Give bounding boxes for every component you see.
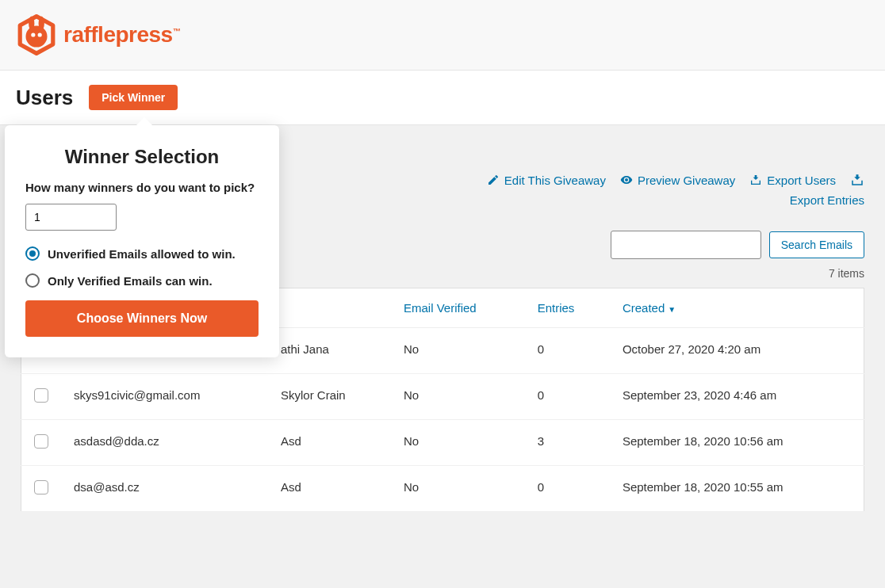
winner-count-input[interactable]	[25, 204, 117, 231]
cell-name: Asd	[268, 420, 391, 466]
search-emails-button[interactable]: Search Emails	[769, 231, 864, 258]
page-title: Users	[16, 86, 73, 110]
cell-verified: No	[391, 420, 525, 466]
cell-name: Skylor Crain	[268, 374, 391, 420]
cell-email: dsa@asd.cz	[61, 466, 268, 512]
radio-verified[interactable]: Only Verified Emails can win.	[25, 273, 259, 288]
search-input[interactable]	[611, 231, 761, 259]
cell-created: September 23, 2020 4:46 am	[610, 374, 864, 420]
pick-winner-button[interactable]: Pick Winner	[89, 85, 178, 110]
svg-point-3	[25, 26, 47, 48]
winner-selection-popover: Winner Selection How many winners do you…	[5, 125, 279, 357]
page-header: Users Pick Winner	[0, 71, 885, 125]
table-row: dsa@asd.czAsdNo0September 18, 2020 10:55…	[21, 466, 864, 512]
col-name[interactable]	[268, 288, 391, 328]
svg-point-4	[31, 32, 35, 36]
row-checkbox[interactable]	[34, 434, 48, 449]
radio-unverified[interactable]: Unverified Emails allowed to win.	[25, 246, 259, 261]
popover-question: How many winners do you want to pick?	[25, 181, 259, 194]
cell-entries: 0	[525, 466, 610, 512]
radio-unverified-label: Unverified Emails allowed to win.	[48, 247, 236, 261]
cell-email: skys91civic@gmail.com	[61, 374, 268, 420]
radio-verified-label: Only Verified Emails can win.	[48, 274, 213, 288]
col-created[interactable]: Created▼	[610, 288, 864, 328]
search-group: Search Emails	[611, 231, 864, 259]
cell-name: athi Jana	[268, 328, 391, 374]
export-icon	[850, 173, 864, 187]
cell-created: September 18, 2020 10:55 am	[610, 466, 864, 512]
cell-created: September 18, 2020 10:56 am	[610, 420, 864, 466]
export-users-link[interactable]: Export Users	[749, 173, 836, 187]
cell-verified: No	[391, 466, 525, 512]
row-checkbox[interactable]	[34, 388, 48, 403]
popover-title: Winner Selection	[25, 146, 259, 168]
row-checkbox[interactable]	[34, 480, 48, 494]
cell-verified: No	[391, 328, 525, 374]
cell-entries: 3	[525, 420, 610, 466]
table-row: skys91civic@gmail.comSkylor CrainNo0Sept…	[21, 374, 864, 420]
cell-created: October 27, 2020 4:20 am	[610, 328, 864, 374]
preview-giveaway-link[interactable]: Preview Giveaway	[620, 173, 735, 187]
radio-icon	[25, 273, 40, 288]
cell-entries: 0	[525, 374, 610, 420]
cell-email: asdasd@dda.cz	[61, 420, 268, 466]
choose-winners-button[interactable]: Choose Winners Now	[25, 300, 259, 337]
cell-verified: No	[391, 374, 525, 420]
table-row: asdasd@dda.czAsdNo3September 18, 2020 10…	[21, 420, 864, 466]
col-entries[interactable]: Entries	[525, 288, 610, 328]
col-email-verified[interactable]: Email Verified	[391, 288, 525, 328]
export-icon	[749, 174, 762, 186]
top-bar: rafflepress™	[0, 0, 885, 71]
sort-caret-icon: ▼	[668, 305, 676, 314]
content-area: Winner Selection How many winners do you…	[0, 125, 885, 528]
pencil-icon	[487, 174, 500, 186]
brand-logo: rafflepress™	[16, 14, 869, 55]
cell-name: Asd	[268, 466, 391, 512]
export-entries-link[interactable]: Export Entries	[790, 193, 864, 207]
radio-icon	[25, 246, 40, 261]
rafflepress-icon	[16, 14, 57, 55]
cell-entries: 0	[525, 328, 610, 374]
svg-point-5	[38, 32, 42, 36]
eye-icon	[620, 174, 633, 186]
brand-name: rafflepress™	[63, 22, 180, 48]
edit-giveaway-link[interactable]: Edit This Giveaway	[487, 173, 606, 187]
